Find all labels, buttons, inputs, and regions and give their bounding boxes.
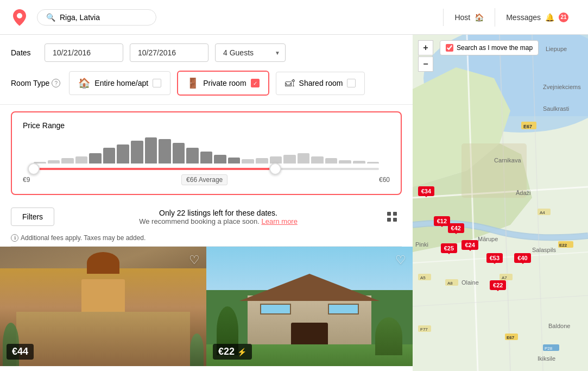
- svg-text:A8: A8: [447, 281, 453, 286]
- price-labels: €9 €66 Average €60: [23, 174, 390, 185]
- host-button[interactable]: Host 🏠: [443, 9, 495, 26]
- slider-track: [34, 168, 379, 170]
- entire-checkbox[interactable]: [153, 79, 161, 87]
- svg-text:Ikiksile: Ikiksile: [538, 355, 555, 362]
- histogram-bar: [75, 156, 88, 164]
- room-option-shared[interactable]: 🛋 Shared room: [276, 72, 365, 95]
- guests-wrapper: 4 Guests 1 Guest 2 Guests 3 Guests 5 Gue…: [215, 43, 286, 62]
- svg-text:E22: E22: [559, 243, 567, 248]
- svg-text:A4: A4: [540, 210, 545, 215]
- svg-text:Liepupe: Liepupe: [546, 46, 567, 52]
- slider-thumb-right[interactable]: [269, 163, 281, 175]
- search-as-move-checkbox[interactable]: Search as I move the map: [440, 40, 539, 55]
- availability-sub: We recommend booking a place soon. Learn…: [61, 217, 376, 225]
- price-max: €60: [379, 176, 390, 184]
- histogram-bar: [242, 159, 254, 164]
- wishlist-button-2[interactable]: ♡: [395, 253, 406, 267]
- histogram-bar: [131, 141, 143, 164]
- histogram-bar: [200, 152, 213, 164]
- sofa-icon: 🛋: [285, 78, 295, 89]
- svg-text:Mārupe: Mārupe: [478, 236, 498, 242]
- map-pin-25[interactable]: €25: [441, 243, 457, 253]
- room-type-row: Room Type ? 🏠 Entire home/apt 🚪 Private …: [11, 71, 402, 96]
- histogram-bar: [103, 148, 116, 164]
- zoom-in-button[interactable]: +: [418, 40, 433, 55]
- slider-thumb-left[interactable]: [28, 163, 40, 175]
- fees-row: ℹ Additional fees apply. Taxes may be ad…: [0, 232, 413, 246]
- shared-room-label: Shared room: [299, 79, 343, 87]
- learn-more-link[interactable]: Learn more: [261, 217, 297, 225]
- map-pin-34[interactable]: €34: [418, 186, 434, 196]
- messages-label: Messages: [506, 13, 541, 22]
- room-option-private[interactable]: 🚪 Private room ✓: [177, 71, 269, 96]
- home-icon: 🏠: [475, 13, 484, 22]
- date-from-input[interactable]: [45, 43, 123, 62]
- door-icon: 🚪: [187, 77, 199, 89]
- svg-text:E67: E67: [507, 335, 515, 340]
- search-move-label: Search as I move the map: [457, 44, 533, 52]
- map-background: Liepupe Zvejniekciems Saulkrasti Pinki M…: [413, 35, 588, 371]
- histogram-bar: [283, 155, 296, 164]
- airbnb-logo[interactable]: [9, 7, 30, 28]
- histogram-bar: [173, 143, 185, 164]
- map-pin-24[interactable]: €24: [461, 240, 478, 250]
- fees-text: Additional fees apply. Taxes may be adde…: [21, 234, 146, 242]
- map-pin-22[interactable]: €22: [490, 280, 506, 290]
- map-controls: + −: [418, 40, 433, 72]
- home-icon: 🏠: [78, 77, 90, 89]
- slider-container: [34, 168, 379, 170]
- wishlist-button-1[interactable]: ♡: [189, 253, 200, 267]
- zoom-out-button[interactable]: −: [418, 56, 433, 72]
- listing-price-1: €44: [7, 344, 34, 360]
- map-pin-53[interactable]: €53: [486, 253, 503, 263]
- filters-button[interactable]: Filters: [11, 207, 54, 226]
- histogram-bar: [48, 160, 60, 164]
- room-option-entire[interactable]: 🏠 Entire home/apt: [69, 71, 170, 95]
- histogram-bar: [228, 158, 241, 164]
- bottom-bar: Filters Only 22 listings left for these …: [0, 202, 413, 232]
- svg-text:Zvejniekciems: Zvejniekciems: [543, 84, 581, 90]
- svg-rect-0: [387, 212, 391, 216]
- search-bar[interactable]: 🔍: [37, 9, 156, 26]
- messages-button[interactable]: Messages 🔔 21: [495, 8, 579, 27]
- svg-rect-3: [393, 218, 397, 222]
- room-type-help-icon[interactable]: ?: [52, 79, 60, 87]
- histogram-bar: [61, 158, 74, 164]
- histogram-bar: [325, 158, 338, 164]
- price-avg: €66 Average: [181, 174, 227, 185]
- date-to-input[interactable]: [130, 43, 208, 62]
- map-pin-42[interactable]: €42: [448, 223, 464, 233]
- histogram-bar: [89, 153, 102, 164]
- svg-text:Carnikava: Carnikava: [494, 157, 521, 164]
- svg-text:P28: P28: [545, 346, 553, 351]
- svg-text:Olaine: Olaine: [461, 279, 479, 286]
- svg-text:Pinki: Pinki: [415, 241, 428, 248]
- host-label: Host: [454, 13, 470, 22]
- histogram-bar: [117, 144, 129, 164]
- guests-select[interactable]: 4 Guests 1 Guest 2 Guests 3 Guests 5 Gue…: [215, 43, 286, 62]
- listings-grid: €44 ♡: [0, 247, 413, 366]
- histogram-bar: [353, 161, 365, 164]
- svg-text:F77: F77: [420, 327, 428, 332]
- fees-info-icon: ℹ: [11, 234, 18, 242]
- header-right: Host 🏠 Messages 🔔 21: [443, 8, 579, 27]
- search-input[interactable]: [60, 13, 147, 22]
- svg-rect-2: [387, 218, 391, 222]
- svg-text:A5: A5: [420, 275, 426, 280]
- listing-card-1[interactable]: €44 ♡: [0, 247, 206, 366]
- svg-text:Saulkrasti: Saulkrasti: [543, 105, 569, 112]
- histogram: [34, 136, 379, 164]
- grid-view-button[interactable]: [382, 207, 402, 227]
- svg-text:Baldone: Baldone: [548, 323, 570, 329]
- listing-card-2[interactable]: €22 ⚡ ♡: [206, 247, 413, 366]
- shared-checkbox[interactable]: [347, 79, 356, 87]
- histogram-bar: [339, 160, 351, 164]
- messages-badge: 21: [559, 12, 568, 22]
- svg-text:Ādaži: Ādaži: [516, 190, 531, 196]
- search-move-input[interactable]: [446, 44, 453, 52]
- private-checkbox[interactable]: ✓: [251, 79, 260, 87]
- histogram-bar: [145, 137, 157, 164]
- map-pin-40[interactable]: €40: [514, 253, 530, 263]
- map-svg: Liepupe Zvejniekciems Saulkrasti Pinki M…: [413, 35, 588, 371]
- room-type-label: Room Type ?: [11, 79, 60, 87]
